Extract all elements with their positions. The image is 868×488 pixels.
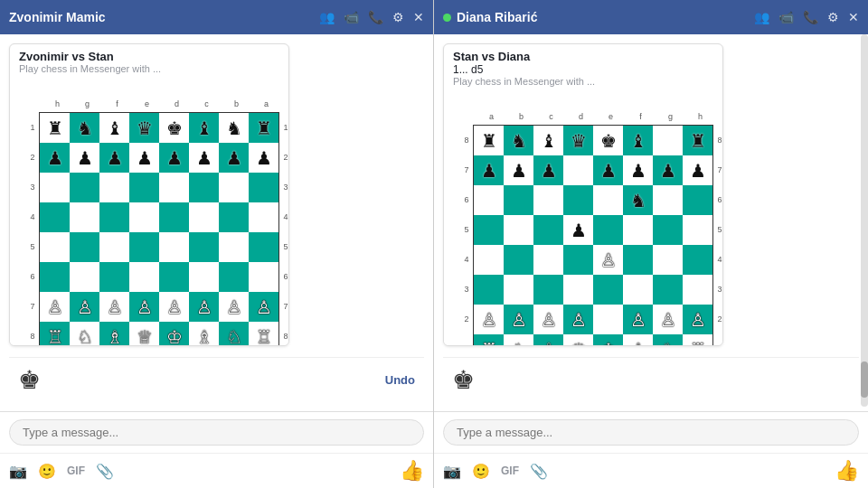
cell[interactable]: ♚ [593,126,623,155]
cell[interactable] [653,126,683,155]
cell[interactable]: ♟ [99,143,129,173]
cell[interactable] [40,262,70,292]
cell[interactable] [129,232,159,262]
cell[interactable]: ♙ [249,292,278,322]
scrollbar-2[interactable] [861,34,868,407]
cell[interactable]: ♝ [189,113,219,143]
cell[interactable]: ♞ [219,113,249,143]
cell[interactable]: ♕ [129,322,159,346]
cell[interactable]: ♙ [683,305,712,334]
cell[interactable]: ♟ [219,143,249,173]
phone-icon-2[interactable]: 📞 [803,10,818,24]
cell[interactable]: ♞ [623,185,653,215]
camera-icon-2[interactable]: 📷 [443,463,461,480]
emoji-icon-2[interactable]: 🙂 [472,463,490,480]
cell[interactable] [129,202,159,232]
cell[interactable] [40,232,70,262]
cell[interactable] [653,185,683,215]
cell[interactable]: ♙ [219,292,249,322]
attach-icon-2[interactable]: 📎 [530,463,548,480]
cell[interactable] [653,215,683,245]
cell[interactable] [249,173,278,202]
cell[interactable]: ♙ [40,292,70,322]
emoji-icon-1[interactable]: 🙂 [38,463,56,480]
cell[interactable]: ♟ [129,143,159,173]
settings-icon-1[interactable]: ⚙ [392,10,404,24]
settings-icon-2[interactable]: ⚙ [827,10,839,24]
message-input-1[interactable] [9,419,424,446]
cell[interactable]: ♟ [653,155,683,185]
cell[interactable]: ♙ [129,292,159,322]
message-input-2[interactable] [443,419,859,446]
attach-icon-1[interactable]: 📎 [96,463,114,480]
undo-button-1[interactable]: Undo [385,373,415,387]
cell[interactable]: ♖ [249,322,278,346]
cell[interactable]: ♛ [129,113,159,143]
cell[interactable]: ♘ [219,322,249,346]
camera-icon-1[interactable]: 📷 [9,463,27,480]
cell[interactable] [504,185,533,215]
cell[interactable]: ♙ [70,292,99,322]
cell[interactable] [40,202,70,232]
cell[interactable] [474,245,504,275]
cell[interactable]: ♜ [474,126,504,155]
cell[interactable]: ♕ [563,334,593,346]
cell[interactable] [504,215,533,245]
cell[interactable]: ♛ [563,126,593,155]
cell[interactable] [593,305,623,334]
cell[interactable]: ♟ [474,155,504,185]
cell[interactable] [189,262,219,292]
cell[interactable] [533,185,563,215]
cell[interactable] [563,275,593,305]
chess-king-icon-2[interactable]: ♚ [452,365,475,395]
cell[interactable] [70,173,99,202]
cell[interactable]: ♟ [533,155,563,185]
cell[interactable]: ♜ [683,126,712,155]
cell[interactable]: ♞ [504,126,533,155]
cell[interactable] [189,232,219,262]
video-icon-2[interactable]: 📹 [778,10,794,24]
cell[interactable] [533,245,563,275]
cell[interactable]: ♗ [623,334,653,346]
cell[interactable]: ♜ [249,113,278,143]
cell[interactable]: ♟ [159,143,189,173]
cell[interactable] [129,262,159,292]
cell[interactable] [159,262,189,292]
gif-label-1[interactable]: GIF [67,465,85,477]
like-button-1[interactable]: 👍 [400,459,424,483]
cell[interactable] [683,245,712,275]
cell[interactable]: ♟ [504,155,533,185]
add-friend-icon-2[interactable]: 👥 [754,10,769,24]
cell[interactable] [653,275,683,305]
cell[interactable]: ♙ [623,305,653,334]
cell[interactable]: ♙ [653,305,683,334]
cell[interactable]: ♞ [70,113,99,143]
cell[interactable] [70,262,99,292]
cell[interactable]: ♖ [474,334,504,346]
cell[interactable]: ♟ [683,155,712,185]
close-icon-1[interactable]: ✕ [413,10,424,24]
cell[interactable] [159,202,189,232]
cell[interactable]: ♗ [533,334,563,346]
cell[interactable]: ♙ [533,305,563,334]
cell[interactable] [70,232,99,262]
cell[interactable]: ♝ [99,113,129,143]
cell[interactable]: ♙ [593,245,623,275]
cell[interactable]: ♟ [249,143,278,173]
cell[interactable]: ♟ [623,155,653,185]
cell[interactable] [504,275,533,305]
cell[interactable] [533,215,563,245]
cell[interactable] [563,155,593,185]
cell[interactable] [474,215,504,245]
cell[interactable]: ♜ [40,113,70,143]
cell[interactable] [474,185,504,215]
cell[interactable] [189,202,219,232]
cell[interactable]: ♟ [563,215,593,245]
cell[interactable]: ♟ [70,143,99,173]
chess-king-icon-1[interactable]: ♚ [18,365,41,395]
close-icon-2[interactable]: ✕ [848,10,859,24]
cell[interactable] [249,232,278,262]
cell[interactable]: ♙ [563,305,593,334]
cell[interactable] [593,185,623,215]
cell[interactable] [683,185,712,215]
